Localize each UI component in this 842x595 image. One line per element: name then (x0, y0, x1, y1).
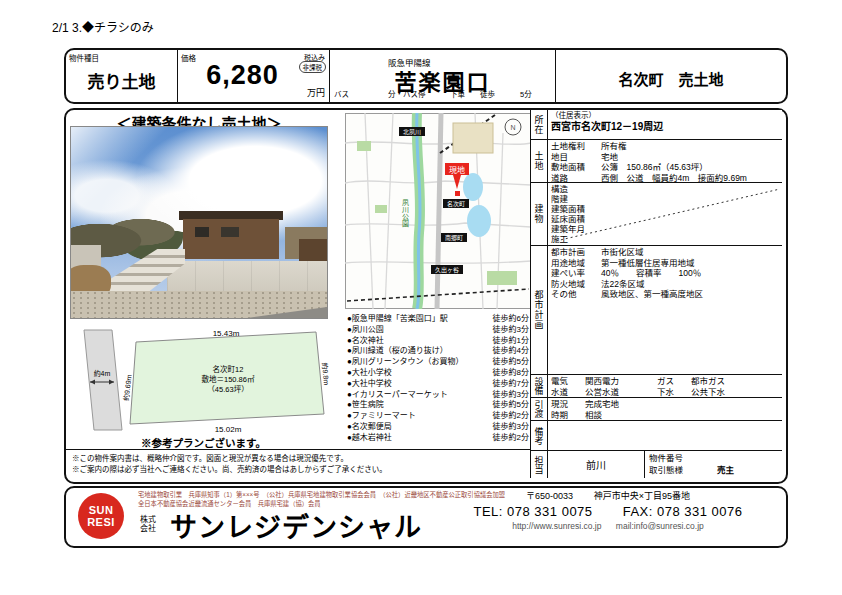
land-row: 土地権利 所有権 (551, 141, 779, 152)
facility-walk-time: 徒歩約4分 (493, 346, 529, 357)
map-marker-label: 現地 (449, 165, 465, 175)
map-river-label: 夙川公園 (402, 199, 410, 228)
land-row: 道路 西側 公道 幅員約4m 接面約9.69m (551, 173, 779, 183)
city-key: 都市計画 (551, 247, 601, 258)
land-value: 所有権 (601, 141, 627, 152)
staff-label: 担当 (533, 456, 546, 474)
phone-number: TEL: 078 331 0075 (473, 504, 592, 519)
facility-row: ●名次郵便局 徒歩約3分 (347, 422, 529, 433)
dim-top: 15.43m (213, 329, 240, 338)
station-cell: 阪急甲陽線 苦楽園口 バス 分・バス停 下車 徒歩 5分 (330, 50, 556, 102)
facility-name: ●名次郵便局 (347, 422, 392, 433)
facility-name: ●笹生病院 (347, 400, 384, 411)
plan-caption: ※参考プランございます。 (96, 435, 311, 450)
company-prefix: 株式 会社 (140, 515, 156, 533)
land-value: 公簿 150.86㎡（45.63坪） (601, 162, 708, 173)
facility-walk-time: 徒歩約3分 (493, 390, 529, 401)
city-value: 第一種低層住居専用地域 (601, 258, 695, 269)
dim-bottom: 15.02m (215, 425, 242, 434)
facility-row: ●大社中学校 徒歩約7分 (347, 379, 529, 390)
building-empty-strike (548, 183, 782, 245)
facility-walk-time: 徒歩約5分 (493, 357, 529, 368)
building-label: 建物 (533, 204, 546, 224)
handover-row: 現況 完成宅地 (551, 399, 779, 410)
land-value: 西側 公道 幅員約4m 接面約9.69m (601, 173, 747, 183)
price-unit: 万円 (307, 86, 325, 99)
handover-key: 時期 (551, 410, 585, 421)
city-planning-label: 都市計画 (533, 290, 546, 330)
map-pond (467, 205, 491, 237)
plot-area-tsubo: （45.63坪） (207, 385, 248, 394)
company-prefix-bottom: 会社 (140, 524, 156, 533)
flyer-title: 名次町 売土地 (556, 68, 786, 89)
facility-name: ●大社中学校 (347, 379, 392, 390)
city-planning-row: 用途地域 第一種低層住居専用地域 (551, 258, 779, 269)
map-park (357, 141, 371, 151)
utilities-label: 設備 (533, 377, 546, 395)
handover-row: 時期 相談 (551, 410, 779, 421)
facility-row: ●笹生病院 徒歩約5分 (347, 400, 529, 411)
deal-type-value: 売主 (717, 464, 734, 476)
company-name: サンレジデンシャル (170, 506, 422, 545)
facility-row: ●阪急甲陽線「苦楽園口」駅 徒歩約6分 (347, 314, 529, 325)
map-park (487, 271, 517, 285)
land-value: 宅地 (601, 152, 618, 163)
city-planning-row: その他 風致地区、第一種高度地区 (551, 289, 779, 300)
city-key: 用途地域 (551, 258, 601, 269)
location-label: 所在 (533, 115, 546, 135)
row-staff: 担当 前川 物件番号 取引態様 売主 (530, 451, 782, 478)
note-line-2: ※ご案内の際は必ず当社へご連絡ください。尚、売約済の場合はあしからずご了承くださ… (72, 464, 524, 475)
city-planning-row: 防火地域 法22条区域 (551, 279, 779, 290)
company-prefix-top: 株式 (140, 515, 156, 524)
property-type-cell: 物件種目 売り土地 (66, 50, 178, 102)
alight-label: 下車 (450, 88, 465, 99)
utility-row: 水道 公営水道 下水 公共下水 (551, 387, 779, 398)
facility-list: ●阪急甲陽線「苦楽園口」駅 徒歩約6分 ●夙川公園 徒歩約3分 ●名次神社 徒歩… (347, 314, 529, 444)
map-label-4: 久出ヶ谷 (435, 266, 459, 274)
facility-name: ●名次神社 (347, 336, 384, 347)
website-link[interactable]: http://www.sunresi.co.jp (512, 521, 601, 531)
facility-row: ●大社小学校 徒歩約8分 (347, 368, 529, 379)
utility-key-2: 下水 (657, 387, 691, 398)
map-pond (463, 173, 483, 201)
handover-label: 引渡 (533, 400, 546, 418)
handover-key: 現況 (551, 399, 585, 410)
compass-n: N (510, 124, 515, 131)
road-width-label: 約4m (94, 369, 111, 378)
contact-block: 〒650-0033 神戸市中央×丁目95番地 TEL: 078 331 0075… (438, 490, 778, 532)
map-label-2: 名次町 (447, 200, 465, 208)
facility-walk-time: 徒歩約3分 (493, 325, 529, 336)
facility-name: ●越木岩神社 (347, 433, 392, 444)
facility-name: ●夙川緑道（桜の通り抜け） (347, 346, 448, 357)
house-window (221, 227, 239, 237)
walk-label: 徒歩 (480, 88, 495, 99)
city-value: 40％ 容積率 100％ (601, 268, 701, 279)
dim-right: 約9.8m (320, 362, 330, 385)
utility-row: 電気 関西電力 ガス 都市ガス (551, 376, 779, 387)
land-row: 敷地面積 公簿 150.86㎡（45.63坪） (551, 162, 779, 173)
house-window (195, 227, 209, 237)
land-key: 土地権利 (551, 141, 601, 152)
utility-value-1: 関西電力 (585, 376, 657, 387)
land-key: 地目 (551, 152, 601, 163)
utility-key-1: 水道 (551, 387, 585, 398)
utility-value-2: 都市ガス (691, 376, 725, 387)
property-number-label: 物件番号 (649, 452, 778, 464)
facility-row: ●イカリスーパーマーケット 徒歩約3分 (347, 390, 529, 401)
note-line-1: ※この物件案内書は、概略仲介図です。図面と現況が異なる場合は現況優先です。 (72, 453, 524, 464)
staff-name: 前川 (548, 451, 645, 478)
facility-row: ●夙川グリーンタウン（お買物） 徒歩約5分 (347, 357, 529, 368)
location-map: 夙川公園 北夙川 名次町 南郷町 久出ヶ谷 現地 N (345, 113, 531, 309)
city-planning-row: 都市計画 市街化区域 (551, 247, 779, 258)
main-box: ＜建築条件なし売土地＞ 約4m 15.43m 15.02m (64, 108, 788, 484)
road-strip (84, 330, 122, 430)
email-link[interactable]: mail:info@sunresi.co.jp (616, 521, 704, 531)
deal-type-label: 取引態様 (649, 464, 683, 476)
flyer-page: 2/1 3.◆チラシのみ 物件種目 売り土地 価格 税込み 非課税 6,280 … (0, 0, 842, 595)
facility-row: ●越木岩神社 徒歩約2分 (347, 433, 529, 444)
facility-name: ●大社小学校 (347, 368, 392, 379)
facility-row: ●夙川公園 徒歩約3分 (347, 325, 529, 336)
city-key: 防火地域 (551, 279, 601, 290)
city-value: 風致地区、第一種高度地区 (601, 289, 703, 300)
facility-row: ●ファミリーマート 徒歩約2分 (347, 411, 529, 422)
